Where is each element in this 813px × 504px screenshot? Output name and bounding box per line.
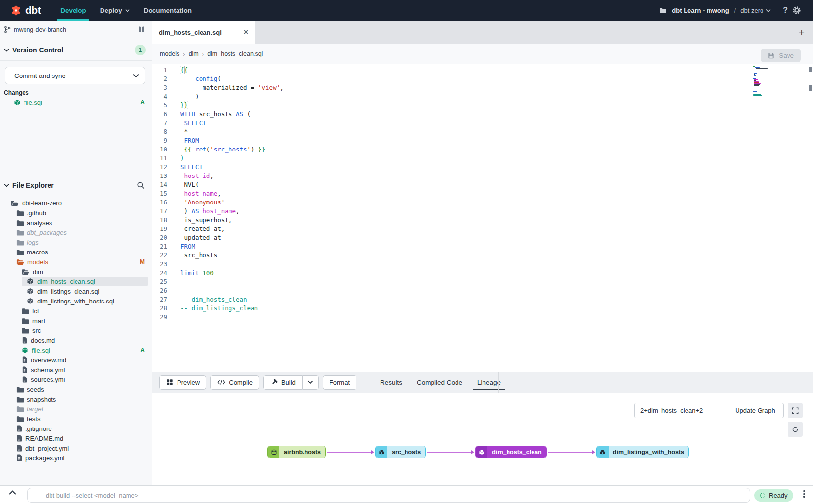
editor-tab-active[interactable]: dim_hosts_clean.sql ×	[152, 21, 255, 44]
compile-button[interactable]: Compile	[210, 375, 259, 390]
tree-item-models[interactable]: modelsM	[0, 257, 152, 267]
build-options-caret[interactable]	[303, 375, 319, 390]
code-line[interactable]: 12SELECT	[152, 163, 749, 172]
code-line[interactable]: 25	[152, 277, 749, 286]
code-editor[interactable]: 1{{2 config(3 materialized = 'view',4 )5…	[152, 64, 813, 372]
tree-item-logs[interactable]: logs	[0, 237, 152, 247]
commit-options-caret[interactable]	[127, 67, 145, 84]
tree-item-analyses[interactable]: analyses	[0, 218, 152, 227]
commit-and-sync-button[interactable]: Commit and sync	[5, 67, 145, 84]
tree-item-dbt-learn-zero[interactable]: dbt-learn-zero	[0, 198, 152, 208]
tree-item-file.sql[interactable]: file.sqlA	[0, 345, 152, 355]
code-line[interactable]: 6WITH src_hosts AS (	[152, 110, 749, 119]
branch-name[interactable]: mwong-dev-branch	[14, 26, 66, 33]
fullscreen-button[interactable]	[788, 403, 803, 418]
tree-item-dim_listings_with_hosts.sql[interactable]: dim_listings_with_hosts.sql	[0, 296, 152, 306]
code-line[interactable]: 15 host_name,	[152, 189, 749, 198]
code-line[interactable]: 16 'Anonymous'	[152, 198, 749, 207]
update-graph-button[interactable]: Update Graph	[727, 403, 784, 418]
scrollbar-mark[interactable]	[809, 67, 812, 72]
project-name[interactable]: dbt Learn - mwong	[672, 7, 729, 14]
code-line[interactable]: 8 *	[152, 127, 749, 136]
tree-item-fct[interactable]: fct	[0, 306, 152, 316]
code-line[interactable]: 10 {{ ref('src_hosts') }}	[152, 145, 749, 154]
tree-item-docs.md[interactable]: docs.md	[0, 335, 152, 345]
format-button[interactable]: Format	[323, 375, 356, 390]
code-line[interactable]: 27-- dim_hosts_clean	[152, 295, 749, 304]
code-line[interactable]: 11)	[152, 154, 749, 163]
code-line[interactable]: 14 NVL(	[152, 180, 749, 189]
scrollbar-mark[interactable]	[809, 85, 812, 91]
close-tab-icon[interactable]: ×	[244, 28, 248, 37]
lineage-node-src_hosts[interactable]: src_hosts	[375, 446, 426, 458]
code-line[interactable]: 21FROM	[152, 242, 749, 251]
file-explorer-header[interactable]: File Explorer	[0, 176, 152, 195]
code-line[interactable]: 17 ) AS host_name,	[152, 207, 749, 216]
nav-documentation[interactable]: Documentation	[137, 0, 199, 21]
tab-compiled-code[interactable]: Compiled Code	[415, 372, 464, 393]
code-line[interactable]: 19 created_at,	[152, 225, 749, 233]
nav-develop[interactable]: Develop	[53, 0, 93, 21]
tree-item-snapshots[interactable]: snapshots	[0, 394, 152, 404]
gear-icon[interactable]	[792, 6, 801, 15]
save-button[interactable]: Save	[761, 49, 801, 62]
code-line[interactable]: 29	[152, 313, 749, 322]
code-line[interactable]: 24limit 100	[152, 269, 749, 277]
tree-item-dbt_packages[interactable]: dbt_packages	[0, 227, 152, 237]
lineage-node-dim_listings_with_hosts[interactable]: dim_listings_with_hosts	[596, 446, 689, 458]
code-line[interactable]: 5}}	[152, 101, 749, 110]
breadcrumb-file[interactable]: dim_hosts_clean.sql	[207, 50, 263, 57]
tree-item-packages.yml[interactable]: packages.yml	[0, 453, 152, 463]
preview-button[interactable]: Preview	[159, 375, 206, 390]
tree-item-dim_listings_clean.sql[interactable]: dim_listings_clean.sql	[0, 286, 152, 296]
lineage-node-airbnb.hosts[interactable]: airbnb.hosts	[267, 446, 326, 458]
tree-item-README.md[interactable]: README.md	[0, 433, 152, 443]
version-control-header[interactable]: Version Control 1	[0, 39, 152, 61]
code-line[interactable]: 20 updated_at	[152, 233, 749, 242]
tree-item-schema.yml[interactable]: schema.yml	[0, 365, 152, 375]
nav-deploy[interactable]: Deploy	[93, 0, 137, 21]
tab-results[interactable]: Results	[378, 372, 404, 393]
tree-item-macros[interactable]: macros	[0, 247, 152, 257]
tree-item-src[interactable]: src	[0, 326, 152, 335]
tree-item-tests[interactable]: tests	[0, 414, 152, 424]
help-icon[interactable]: ?	[783, 6, 788, 15]
command-input[interactable]: dbt build --select <model_name>	[27, 488, 750, 503]
minimap[interactable]	[753, 66, 767, 97]
docs-book-icon[interactable]	[137, 26, 146, 33]
chevron-up-icon[interactable]	[9, 490, 16, 495]
code-line[interactable]: 4 )	[152, 92, 749, 101]
code-line[interactable]: 9 FROM	[152, 136, 749, 145]
breadcrumb-dim[interactable]: dim	[189, 50, 199, 57]
code-line[interactable]: 26	[152, 286, 749, 295]
code-line[interactable]: 7 SELECT	[152, 119, 749, 127]
code-line[interactable]: 13 host_id,	[152, 172, 749, 180]
tree-item-dim[interactable]: dim	[0, 267, 152, 277]
tree-item-dim_hosts_clean.sql[interactable]: dim_hosts_clean.sql	[22, 277, 148, 286]
kebab-menu-icon[interactable]	[800, 490, 808, 498]
tree-item-dbt_project.yml[interactable]: dbt_project.yml	[0, 443, 152, 453]
breadcrumb-models[interactable]: models	[160, 50, 179, 57]
tree-item-overview.md[interactable]: overview.md	[0, 355, 152, 365]
code-line[interactable]: 18 is_superhost,	[152, 216, 749, 225]
tree-item-seeds[interactable]: seeds	[0, 384, 152, 394]
code-line[interactable]: 1{{	[152, 66, 749, 75]
code-line[interactable]: 28-- dim_listings_clean	[152, 304, 749, 313]
code-line[interactable]: 2 config(	[152, 75, 749, 83]
tree-item-.gitignore[interactable]: .gitignore	[0, 424, 152, 433]
environment-selector[interactable]: dbt zero	[740, 7, 771, 14]
code-line[interactable]: 23	[152, 260, 749, 269]
tree-item-target[interactable]: target	[0, 404, 152, 414]
dbt-logo[interactable]: dbt	[0, 0, 53, 21]
lineage-selector-input[interactable]: 2+dim_hosts_clean+2	[634, 403, 727, 418]
code-line[interactable]: 22 src_hosts	[152, 251, 749, 260]
changed-file-row[interactable]: file.sql A	[0, 97, 152, 108]
code-line[interactable]: 3 materialized = 'view',	[152, 83, 749, 92]
search-icon[interactable]	[137, 181, 145, 189]
build-button[interactable]: Build	[263, 375, 303, 390]
lineage-node-dim_hosts_clean[interactable]: dim_hosts_clean	[475, 446, 546, 458]
tree-item-.github[interactable]: .github	[0, 208, 152, 218]
tree-item-sources.yml[interactable]: sources.yml	[0, 375, 152, 384]
reset-view-button[interactable]	[788, 422, 803, 437]
new-tab-button[interactable]: +	[794, 21, 809, 44]
